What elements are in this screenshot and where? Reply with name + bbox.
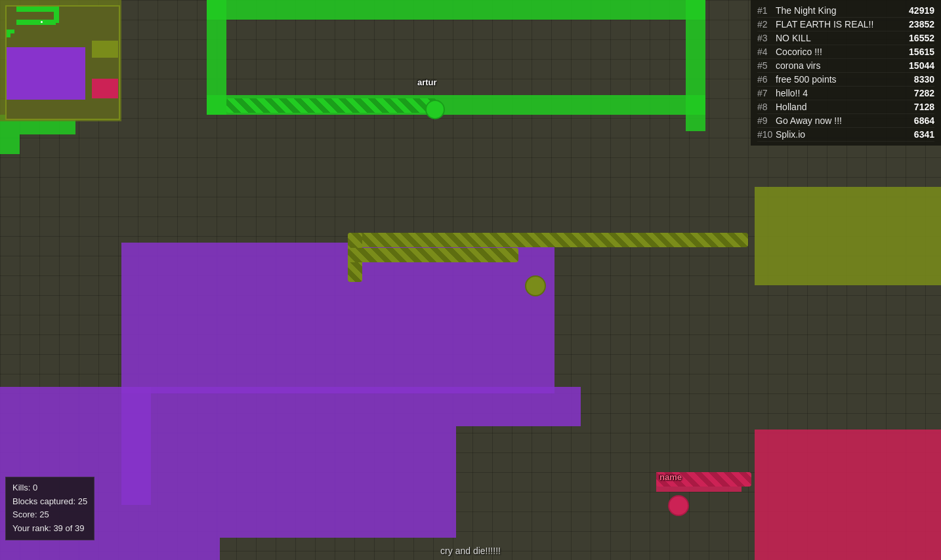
leaderboard-name: Splix.io: [776, 129, 902, 140]
olive-snake-head: [525, 275, 546, 296]
score-stat: Score: 25: [12, 508, 87, 522]
leaderboard-score: 6864: [902, 115, 934, 126]
artur-label: artur: [417, 77, 437, 87]
leaderboard-row: #1The Night King42919: [757, 4, 934, 18]
leaderboard-score: 15044: [902, 60, 934, 71]
bottom-message: cry and die!!!!!!: [440, 546, 501, 556]
purple-territory-ext3: [456, 387, 581, 426]
leaderboard-rank: #9: [757, 115, 776, 126]
leaderboard-rank: #10: [757, 129, 776, 140]
green-territory-small2: [0, 134, 20, 154]
purple-territory-main: [121, 243, 554, 393]
leaderboard-name: hello!! 4: [776, 88, 902, 98]
minimap: [5, 5, 120, 120]
leaderboard-score: 6341: [902, 129, 934, 140]
name-label: name: [659, 472, 682, 482]
green-territory-top: [207, 0, 705, 20]
leaderboard-name: Cocorico !!!: [776, 47, 902, 57]
minimap-green-area: [16, 7, 56, 12]
leaderboard-name: FLAT EARTH IS REAL!!: [776, 19, 902, 30]
leaderboard-rank: #7: [757, 88, 776, 98]
leaderboard: #1The Night King42919#2FLAT EARTH IS REA…: [751, 0, 941, 146]
minimap-inner: [7, 7, 119, 119]
leaderboard-score: 8330: [902, 74, 934, 85]
minimap-olive-area: [92, 41, 118, 58]
minimap-player-dot: [41, 21, 43, 23]
leaderboard-row: #9Go Away now !!!6864: [757, 114, 934, 128]
leaderboard-name: corona virs: [776, 60, 902, 71]
green-snake-trail-horiz: [226, 98, 436, 113]
leaderboard-row: #5corona virs15044: [757, 59, 934, 73]
leaderboard-rows: #1The Night King42919#2FLAT EARTH IS REA…: [757, 4, 934, 142]
leaderboard-rank: #2: [757, 19, 776, 30]
artur-snake-head: [425, 100, 445, 119]
minimap-pink-area: [92, 79, 118, 98]
leaderboard-score: 42919: [902, 5, 934, 16]
pink-territory-right: [755, 430, 941, 560]
leaderboard-name: NO KILL: [776, 33, 902, 43]
leaderboard-name: Holland: [776, 102, 902, 112]
leaderboard-row: #7hello!! 47282: [757, 87, 934, 100]
minimap-green-small2: [7, 33, 10, 37]
purple-territory-strip: [121, 538, 220, 560]
leaderboard-name: The Night King: [776, 5, 902, 16]
leaderboard-row: #8Holland7128: [757, 100, 934, 114]
leaderboard-row: #3NO KILL16552: [757, 31, 934, 45]
leaderboard-rank: #8: [757, 102, 776, 112]
blocks-stat: Blocks captured: 25: [12, 495, 87, 509]
green-territory-left-strip: [207, 0, 226, 115]
kills-stat: Kills: 0: [12, 481, 87, 495]
leaderboard-name: free 500 points: [776, 74, 902, 85]
leaderboard-row: #2FLAT EARTH IS REAL!!23852: [757, 18, 934, 31]
leaderboard-rank: #3: [757, 33, 776, 43]
olive-territory-right: [755, 187, 941, 285]
pink-snake-head: [668, 495, 689, 516]
leaderboard-score: 7128: [902, 102, 934, 112]
leaderboard-row: #4Cocorico !!!15615: [757, 45, 934, 59]
leaderboard-score: 15615: [902, 47, 934, 57]
leaderboard-score: 7282: [902, 88, 934, 98]
leaderboard-row: #6free 500 points8330: [757, 73, 934, 87]
olive-snake-trail-inner: [348, 248, 518, 262]
leaderboard-score: 23852: [902, 19, 934, 30]
rank-stat: Your rank: 39 of 39: [12, 522, 87, 536]
purple-territory-ext2: [121, 387, 456, 538]
leaderboard-rank: #6: [757, 74, 776, 85]
leaderboard-rank: #4: [757, 47, 776, 57]
leaderboard-rank: #1: [757, 5, 776, 16]
leaderboard-row: #10Splix.io6341: [757, 128, 934, 142]
stats-panel: Kills: 0 Blocks captured: 25 Score: 25 Y…: [5, 477, 94, 540]
leaderboard-rank: #5: [757, 60, 776, 71]
minimap-green-bottom: [16, 20, 56, 25]
leaderboard-name: Go Away now !!!: [776, 115, 902, 126]
minimap-purple-area: [7, 47, 85, 100]
leaderboard-score: 16552: [902, 33, 934, 43]
olive-snake-trail-horiz: [348, 233, 748, 247]
